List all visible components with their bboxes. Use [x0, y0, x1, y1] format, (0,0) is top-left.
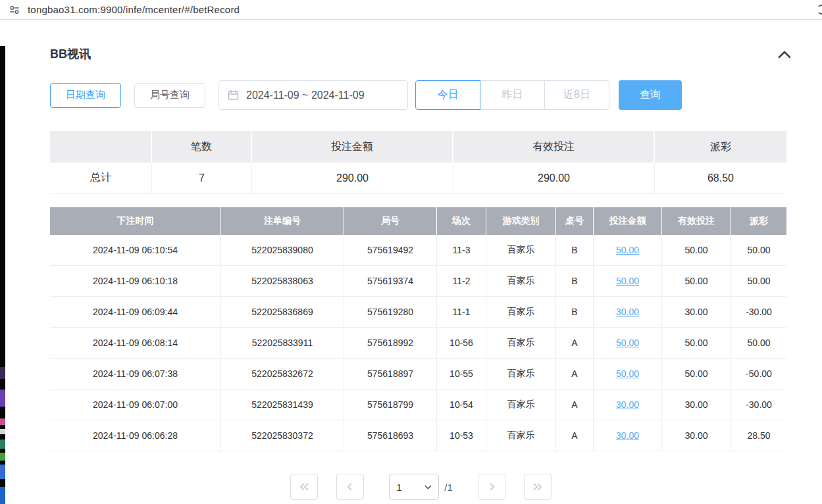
cell-game-type: 百家乐 — [486, 328, 556, 359]
cell-game-type: 百家乐 — [486, 390, 556, 420]
cell-bet-time: 2024-11-09 06:10:54 — [50, 235, 221, 266]
cell-valid-bet: 30.00 — [662, 420, 731, 451]
page-body: BB视讯 日期查询 局号查询 2024-11-09 ~ 2024-11-09 今… — [0, 46, 822, 504]
round-query-tab[interactable]: 局号查询 — [134, 83, 205, 108]
reload-icon[interactable] — [817, 5, 822, 14]
calendar-icon — [228, 89, 239, 101]
search-button[interactable]: 查询 — [619, 80, 682, 110]
date-range-value: 2024-11-09 ~ 2024-11-09 — [246, 89, 365, 101]
today-button[interactable]: 今日 — [415, 80, 480, 110]
cell-bet-time: 2024-11-09 06:08:14 — [50, 328, 221, 359]
cell-bet-time: 2024-11-09 06:10:18 — [50, 266, 221, 297]
cell-valid-bet: 50.00 — [662, 359, 731, 390]
cell-valid-bet: 50.00 — [662, 235, 731, 266]
cell-payout: 28.50 — [731, 420, 786, 451]
cell-payout: 50.00 — [731, 235, 786, 266]
table-row: 2024-11-09 06:10:54522025839080575619492… — [50, 235, 786, 266]
summary-header-payout: 派彩 — [655, 131, 786, 163]
bet-amount-link[interactable]: 50.00 — [616, 338, 639, 348]
bet-amount-link[interactable]: 30.00 — [616, 307, 639, 317]
cell-payout: 50.00 — [731, 328, 786, 359]
summary-total-label: 总计 — [50, 163, 152, 194]
cell-bet-time: 2024-11-09 06:07:00 — [50, 390, 221, 420]
cell-table-code: A — [556, 420, 594, 451]
chevron-down-icon — [424, 485, 432, 490]
cell-valid-bet: 50.00 — [662, 266, 731, 297]
pagination-first-button[interactable] — [290, 474, 318, 500]
address-url[interactable]: tongbao31.com:9900/infe/mcenter/#/betRec… — [28, 4, 240, 15]
table-row: 2024-11-09 06:10:18522025838063575619374… — [50, 266, 786, 297]
cell-bet-id: 522025839080 — [221, 235, 344, 266]
summary-header-bet-amount: 投注金额 — [252, 131, 453, 163]
summary-header-valid-bet: 有效投注 — [453, 131, 655, 163]
cell-game-type: 百家乐 — [486, 266, 556, 297]
summary-header-count: 笔数 — [152, 131, 252, 163]
cell-bet-amount: 50.00 — [594, 359, 662, 390]
summary-bet-amount: 290.00 — [252, 163, 453, 194]
bet-record-table: 下注时间 注单编号 局号 场次 游戏类别 桌号 投注金额 有效投注 派彩 202… — [50, 207, 786, 451]
cell-game-type: 百家乐 — [486, 297, 556, 328]
collapse-chevron-icon[interactable] — [777, 50, 792, 59]
summary-payout: 68.50 — [655, 163, 786, 194]
bet-table-body: 2024-11-09 06:10:54522025839080575619492… — [50, 235, 786, 451]
cell-bet-amount: 50.00 — [594, 266, 662, 297]
cell-valid-bet: 30.00 — [662, 297, 731, 328]
cell-game-type: 百家乐 — [486, 359, 556, 390]
header-bet-id: 注单编号 — [221, 207, 344, 235]
cell-bet-amount: 30.00 — [594, 297, 662, 328]
table-row: 2024-11-09 06:08:14522025833911575618992… — [50, 328, 786, 359]
summary-table: 笔数 投注金额 有效投注 派彩 总计 7 290.00 290.00 68.50 — [50, 131, 786, 194]
double-chevron-left-icon — [298, 482, 310, 492]
pagination-next-button[interactable] — [478, 474, 505, 500]
background-window-strip — [0, 46, 5, 504]
header-bet-amount: 投注金额 — [594, 207, 662, 235]
filter-bar: 日期查询 局号查询 2024-11-09 ~ 2024-11-09 今日 昨日 … — [50, 80, 792, 110]
bet-amount-link[interactable]: 30.00 — [616, 430, 639, 441]
cell-bet-time: 2024-11-09 06:09:44 — [50, 297, 221, 328]
bet-amount-link[interactable]: 30.00 — [616, 399, 639, 410]
cell-bet-amount: 50.00 — [594, 328, 662, 359]
bet-amount-link[interactable]: 50.00 — [616, 368, 639, 379]
pagination-bar: 1 /1 — [50, 474, 792, 500]
double-chevron-right-icon — [532, 482, 544, 492]
cell-session: 11-3 — [437, 235, 486, 266]
cell-bet-id: 522025832672 — [221, 359, 344, 390]
browser-address-bar[interactable]: tongbao31.com:9900/infe/mcenter/#/betRec… — [0, 0, 822, 20]
summary-total-row: 总计 7 290.00 290.00 68.50 — [50, 163, 786, 194]
cell-payout: -30.00 — [731, 390, 786, 420]
header-valid-bet: 有效投注 — [662, 207, 731, 235]
pagination-prev-button[interactable] — [336, 474, 364, 500]
header-game-type: 游戏类别 — [486, 207, 556, 235]
bet-amount-link[interactable]: 50.00 — [616, 245, 639, 255]
header-round-id: 局号 — [344, 207, 437, 235]
cell-bet-id: 522025830372 — [221, 420, 344, 451]
page-select-value: 1 — [396, 482, 401, 493]
table-row: 2024-11-09 06:07:00522025831439575618799… — [50, 390, 786, 420]
header-table-code: 桌号 — [556, 207, 594, 235]
cell-game-type: 百家乐 — [486, 235, 556, 266]
cell-round-id: 575618992 — [344, 328, 437, 359]
site-info-icon[interactable] — [9, 5, 20, 15]
cell-bet-time: 2024-11-09 06:07:38 — [50, 359, 221, 390]
date-query-tab[interactable]: 日期查询 — [50, 83, 121, 108]
header-payout: 派彩 — [731, 207, 786, 235]
summary-header-blank — [50, 131, 152, 163]
panel-header: BB视讯 — [50, 46, 792, 62]
chevron-left-icon — [346, 482, 355, 492]
table-row: 2024-11-09 06:06:28522025830372575618693… — [50, 420, 786, 451]
date-range-input[interactable]: 2024-11-09 ~ 2024-11-09 — [218, 80, 408, 110]
cell-round-id: 575618799 — [344, 390, 437, 420]
cell-table-code: A — [556, 359, 594, 390]
cell-valid-bet: 50.00 — [662, 328, 731, 359]
bet-amount-link[interactable]: 50.00 — [616, 276, 639, 286]
cell-session: 10-54 — [437, 390, 486, 420]
last-8-days-button[interactable]: 近8日 — [544, 80, 609, 110]
cell-bet-id: 522025838063 — [221, 266, 344, 297]
cell-bet-amount: 50.00 — [594, 235, 662, 266]
pagination-last-button[interactable] — [524, 474, 552, 500]
cell-table-code: B — [556, 297, 594, 328]
cell-round-id: 575619374 — [344, 266, 437, 297]
cell-round-id: 575619492 — [344, 235, 437, 266]
page-select[interactable]: 1 — [389, 474, 439, 500]
yesterday-button[interactable]: 昨日 — [480, 80, 545, 110]
